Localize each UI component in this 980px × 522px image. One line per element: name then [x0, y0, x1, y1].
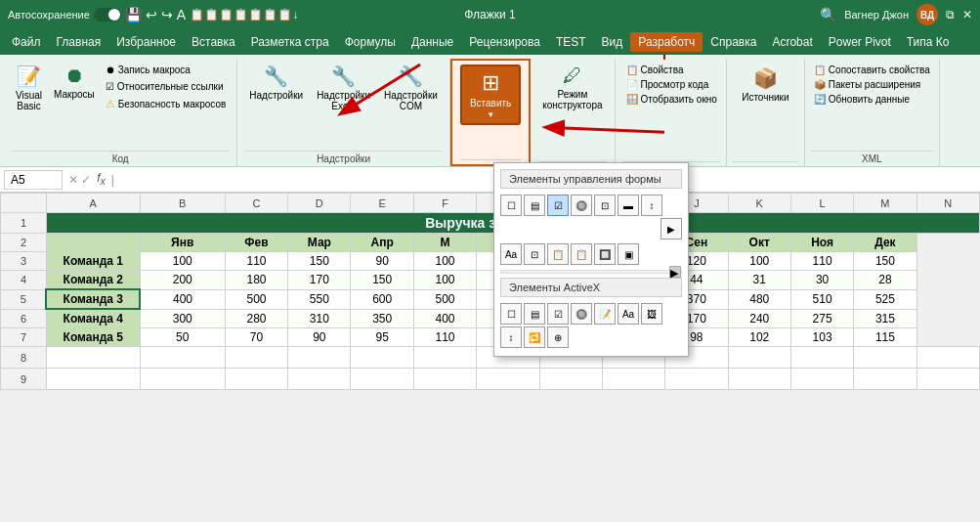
data-cell-r4c4[interactable]: 180 [225, 271, 287, 290]
menu-item-файл[interactable]: Файл [4, 32, 49, 52]
empty-cell-r9c13[interactable] [916, 369, 979, 390]
combo3-ctrl[interactable]: 📋 [571, 243, 592, 265]
menu-item-вид[interactable]: Вид [594, 32, 631, 52]
data-cell-r4c7[interactable]: 100 [413, 271, 476, 290]
data-cell-r5c6[interactable]: 600 [351, 289, 413, 309]
ext-packages-button[interactable]: 📦 Пакеты расширения [811, 77, 933, 92]
ax-combo[interactable]: ▤ [524, 303, 545, 325]
combo2-ctrl[interactable]: 📋 [547, 243, 569, 265]
data-cell-r7c7[interactable]: 110 [413, 328, 476, 347]
data-cell-r5c5[interactable]: 550 [288, 289, 351, 309]
ax-label[interactable]: Aa [618, 303, 639, 325]
data-cell-r6c5[interactable]: 310 [288, 309, 351, 328]
data-cell-r7c5[interactable]: 90 [288, 328, 351, 347]
menu-item-рецензирова[interactable]: Рецензирова [461, 32, 548, 52]
data-cell-r7c3[interactable]: 50 [140, 328, 225, 347]
bar-ctrl[interactable]: ▣ [618, 243, 639, 265]
addins-button[interactable]: 🔧 Надстройки [245, 63, 307, 103]
data-cell-r6c4[interactable]: 280 [225, 309, 287, 328]
data-cell-r3c13[interactable]: 110 [790, 252, 853, 271]
data-cell-r3c6[interactable]: 90 [351, 252, 413, 271]
data-cell-r3c5[interactable]: 150 [288, 252, 351, 271]
scroll2-ctrl[interactable]: 🔲 [594, 243, 616, 265]
data-cell-r4c3[interactable]: 200 [140, 271, 225, 290]
ax-checkbox[interactable]: ☑ [547, 303, 569, 325]
empty-cell-r9c4[interactable] [351, 369, 413, 390]
view-code-button[interactable]: 📄 Просмотр кода [623, 77, 720, 92]
ax-img[interactable]: 🖼 [641, 303, 662, 325]
empty-cell-r8c3[interactable] [288, 347, 351, 369]
insert-control-button[interactable]: ⊞ Вставить ▼ [460, 65, 521, 125]
button-ctrl[interactable]: ▬ [618, 195, 639, 216]
menu-item-powerpivot[interactable]: Power Pivot [821, 32, 899, 52]
data-cell-r4c13[interactable]: 30 [790, 271, 853, 290]
data-cell-r3c4[interactable]: 110 [225, 252, 287, 271]
empty-cell-r9c12[interactable] [854, 369, 916, 390]
data-cell-r5c12[interactable]: 480 [728, 289, 790, 309]
empty-cell-r8c12[interactable] [854, 347, 916, 369]
groupbox-ctrl[interactable]: ⊡ [594, 195, 616, 216]
listbox-ctrl[interactable]: ▤ [524, 195, 545, 216]
menu-item-главная[interactable]: Главная [49, 32, 109, 52]
data-cell-r6c14[interactable]: 315 [854, 309, 916, 328]
data-cell-r5c14[interactable]: 525 [854, 289, 916, 309]
empty-cell-r8c4[interactable] [351, 347, 413, 369]
data-cell-r4c6[interactable]: 150 [351, 271, 413, 290]
empty-cell-r8c11[interactable] [790, 347, 853, 369]
save-icon[interactable]: 💾 [125, 7, 142, 22]
data-cell-r5c13[interactable]: 510 [790, 289, 853, 309]
empty-cell-r8c10[interactable] [728, 347, 790, 369]
refresh-data-button[interactable]: 🔄 Обновить данные [811, 92, 933, 107]
empty-cell-r9c7[interactable] [539, 369, 602, 390]
data-cell-r6c13[interactable]: 275 [790, 309, 853, 328]
record-macro-button[interactable]: ⏺ Запись макроса [103, 63, 230, 77]
empty-cell-r9c0[interactable] [46, 369, 140, 390]
data-cell-r7c12[interactable]: 102 [728, 328, 790, 347]
empty-cell-r9c11[interactable] [790, 369, 853, 390]
data-cell-r3c7[interactable]: 100 [413, 252, 476, 271]
data-cell-r3c14[interactable]: 150 [854, 252, 916, 271]
empty-cell-r9c10[interactable] [728, 369, 790, 390]
font-icon[interactable]: A [177, 7, 186, 22]
ax-radio[interactable]: 🔘 [571, 303, 592, 325]
user-avatar[interactable]: ВД [916, 4, 938, 25]
data-cell-r6c7[interactable]: 400 [413, 309, 476, 328]
restore-icon[interactable]: ⧉ [946, 8, 955, 22]
data-cell-r7c6[interactable]: 95 [351, 328, 413, 347]
data-cell-r5c4[interactable]: 500 [225, 289, 287, 309]
empty-cell-r9c8[interactable] [602, 369, 664, 390]
design-mode-button[interactable]: 🖊 Режимконструктора [538, 63, 606, 112]
menu-item-справка[interactable]: Справка [703, 32, 764, 52]
empty-cell-r8c13[interactable] [916, 347, 979, 369]
empty-cell-r8c0[interactable] [46, 347, 140, 369]
search-icon[interactable]: 🔍 [820, 7, 836, 22]
relative-refs-button[interactable]: ☑ Относительные ссылки [103, 79, 230, 94]
data-cell-r7c13[interactable]: 103 [790, 328, 853, 347]
menu-item-acrobat[interactable]: Acrobat [764, 32, 820, 52]
empty-cell-r9c9[interactable] [665, 369, 728, 390]
map-props-button[interactable]: 📋 Сопоставить свойства [811, 63, 933, 77]
radio-ctrl[interactable]: 🔘 [571, 195, 592, 216]
data-cell-r3c3[interactable]: 100 [140, 252, 225, 271]
spin-ctrl[interactable]: ▶ [660, 218, 682, 239]
data-cell-r4c12[interactable]: 31 [728, 271, 790, 290]
empty-cell-r9c5[interactable] [413, 369, 476, 390]
empty-cell-r9c2[interactable] [225, 369, 287, 390]
menu-item-формулы[interactable]: Формулы [337, 32, 404, 52]
label-ctrl[interactable]: Aa [500, 243, 522, 265]
redo-icon[interactable]: ↪ [161, 7, 173, 22]
ax-scroll[interactable]: ↕ [500, 326, 522, 348]
scroll-right[interactable]: ▶ [669, 266, 681, 278]
menu-item-вставка[interactable]: Вставка [184, 32, 243, 52]
empty-cell-r9c6[interactable] [477, 369, 539, 390]
data-cell-r7c14[interactable]: 115 [854, 328, 916, 347]
autosave-toggle[interactable] [94, 8, 121, 22]
data-cell-r4c14[interactable]: 28 [854, 271, 916, 290]
properties-button[interactable]: 📋 Свойства [623, 63, 720, 77]
macro-security-button[interactable]: ⚠ Безопасность макросов [103, 96, 230, 112]
close-icon[interactable]: ✕ [962, 8, 972, 22]
data-cell-r4c5[interactable]: 170 [288, 271, 351, 290]
ax-check[interactable]: ☐ [500, 303, 522, 325]
com-addins-button[interactable]: 🔧 НадстройкиCOM [380, 63, 442, 113]
excel-addins-button[interactable]: 🔧 НадстройкиExcel [313, 63, 374, 113]
